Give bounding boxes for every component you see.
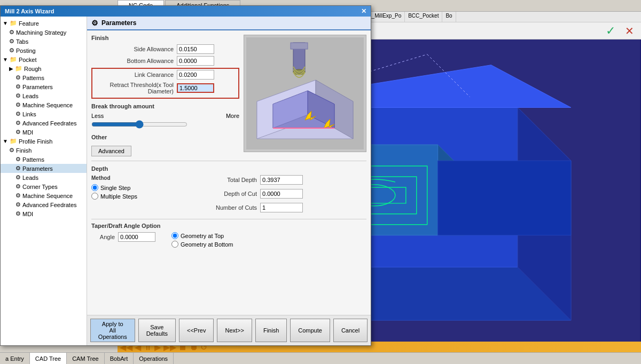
tree-label: Advanced Feedrates — [22, 120, 77, 126]
link-clearance-input[interactable] — [177, 70, 214, 80]
total-depth-label: Total Depth — [185, 177, 260, 183]
finish-section-title: Finish — [91, 35, 239, 41]
depth-of-cut-row: Depth of Cut — [185, 189, 366, 199]
tree-finish[interactable]: ⚙ Finish — [1, 146, 87, 155]
tree-leads-2[interactable]: ⚙ Leads — [1, 173, 87, 182]
tree-label: Machine Sequence — [22, 193, 73, 199]
tree-label: Patterns — [22, 75, 44, 81]
geometry-options: Geometry at Top Geometry at Bottom — [171, 232, 233, 249]
tree-label: Posting — [16, 48, 36, 54]
check-button[interactable]: ✓ — [602, 23, 619, 38]
retract-threshold-label: Retract Threshold(x Tool Diameter) — [93, 82, 177, 94]
slider-less-label: Less — [91, 113, 104, 119]
angle-row: Angle — [91, 232, 155, 242]
params-header-title: Parameters — [101, 19, 136, 27]
params-header: ⚙ Parameters — [87, 17, 371, 30]
bottom-tab-operations[interactable]: Operations — [134, 353, 174, 364]
single-step-radio[interactable] — [91, 184, 98, 191]
single-step-row[interactable]: Single Step — [91, 184, 177, 191]
tree-leads-1[interactable]: ⚙ Leads — [1, 91, 87, 100]
tree-profile-finish-label: Profile Finish — [19, 138, 53, 145]
tree-folder-icon: 📁 — [15, 65, 22, 72]
bottom-allowance-input[interactable] — [177, 56, 214, 66]
multiple-steps-radio[interactable] — [91, 193, 98, 200]
tree-panel: ▼ 📁 Feature ⚙ Machining Strategy ⚙ Tabs … — [1, 17, 87, 345]
next-button[interactable]: Next>> — [217, 319, 252, 342]
compute-button[interactable]: Compute — [290, 319, 330, 342]
tree-mdi-2[interactable]: ⚙ MDI — [1, 209, 87, 218]
tree-leaf-icon: ⚙ — [9, 38, 14, 45]
total-depth-input[interactable] — [260, 175, 303, 185]
geometry-bottom-radio[interactable] — [171, 241, 178, 248]
angle-label: Angle — [91, 234, 118, 240]
side-allowance-input[interactable] — [177, 44, 214, 54]
angle-input[interactable] — [118, 232, 155, 242]
tree-expand-icon: ▼ — [3, 20, 8, 26]
cam-tab-6[interactable]: BCC_Pocket — [405, 12, 442, 22]
bottom-tab-bobart[interactable]: BobArt — [105, 353, 134, 364]
break-through-slider[interactable] — [91, 120, 187, 129]
tree-parameters-1[interactable]: ⚙ Parameters — [1, 82, 87, 91]
advanced-button[interactable]: Advanced — [91, 146, 131, 156]
tree-leaf-icon: ⚙ — [15, 156, 21, 163]
tree-adv-feedrates-2[interactable]: ⚙ Advanced Feedrates — [1, 200, 87, 209]
number-of-cuts-input[interactable] — [260, 203, 303, 212]
tree-profile-finish[interactable]: ▼ 📁 Profile Finish — [1, 137, 87, 146]
tree-folder-icon: 📁 — [10, 56, 17, 63]
tree-leaf-icon: ⚙ — [15, 192, 21, 199]
tree-leaf-icon: ⚙ — [15, 110, 21, 117]
geometry-top-label: Geometry at Top — [181, 233, 224, 239]
depth-of-cut-input[interactable] — [260, 189, 303, 199]
tree-pocket[interactable]: ▼ 📁 Pocket — [1, 55, 87, 64]
bottom-tab-cam-tree[interactable]: CAM Tree — [67, 353, 105, 364]
tree-leaf-icon: ⚙ — [15, 83, 21, 90]
tree-parameters-2[interactable]: ⚙ Parameters — [1, 164, 87, 173]
dialog-close-button[interactable]: ✕ — [361, 7, 366, 15]
depth-grid: Method Single Step Multiple Steps — [91, 175, 366, 215]
tree-machining-strategy[interactable]: ⚙ Machining Strategy — [1, 28, 87, 37]
tree-adv-feedrates-1[interactable]: ⚙ Advanced Feedrates — [1, 118, 87, 128]
params-content: Finish Side Allowance Bottom Allowance — [87, 30, 371, 315]
bottom-tab-cad-tree[interactable]: CAD Tree — [30, 353, 67, 364]
tree-mdi-1[interactable]: ⚙ MDI — [1, 128, 87, 137]
save-defaults-button[interactable]: Save Defaults — [138, 319, 176, 342]
retract-threshold-input[interactable] — [177, 83, 214, 93]
cam-tab-7[interactable]: Bo — [442, 12, 456, 22]
bottom-tab-a-entry[interactable]: a Entry — [0, 353, 30, 364]
tree-corner-types[interactable]: ⚙ Corner Types — [1, 182, 87, 191]
prev-button[interactable]: <<Prev — [179, 319, 214, 342]
apply-all-button[interactable]: Apply to All Operations — [90, 319, 135, 342]
finish-form: Finish Side Allowance Bottom Allowance — [91, 35, 239, 156]
tree-label: Patterns — [22, 156, 44, 163]
tree-tabs[interactable]: ⚙ Tabs — [1, 37, 87, 46]
tree-patterns-2[interactable]: ⚙ Patterns — [1, 155, 87, 164]
bottom-allowance-label: Bottom Allowance — [91, 58, 177, 64]
geometry-top-row[interactable]: Geometry at Top — [171, 232, 233, 239]
tree-machine-seq-2[interactable]: ⚙ Machine Sequence — [1, 191, 87, 200]
finish-button[interactable]: Finish — [255, 319, 287, 342]
taper-content: Angle Geometry at Top Geometry at Bottom — [91, 232, 366, 249]
tree-label: Parameters — [22, 84, 53, 90]
tree-root[interactable]: ▼ 📁 Feature — [1, 19, 87, 28]
slider-container[interactable] — [91, 120, 187, 130]
tree-expand-icon: ▶ — [9, 66, 13, 72]
bottom-allowance-row: Bottom Allowance — [91, 56, 239, 66]
tree-machine-seq-1[interactable]: ⚙ Machine Sequence — [1, 100, 87, 109]
geometry-top-radio[interactable] — [171, 232, 178, 239]
tree-rough[interactable]: ▶ 📁 Rough — [1, 64, 87, 73]
depth-of-cut-label: Depth of Cut — [185, 191, 260, 197]
cancel-button[interactable]: Cancel — [333, 319, 368, 342]
tree-links[interactable]: ⚙ Links — [1, 109, 87, 118]
tree-leaf-icon: ⚙ — [15, 183, 21, 190]
tree-folder-icon: 📁 — [10, 138, 17, 145]
tree-leaf-icon: ⚙ — [15, 129, 21, 136]
link-clearance-label: Link Clearance — [93, 72, 177, 78]
single-step-label: Single Step — [100, 185, 130, 191]
tree-leaf-icon: ⚙ — [15, 74, 21, 81]
tree-patterns-1[interactable]: ⚙ Patterns — [1, 73, 87, 82]
geometry-bottom-row[interactable]: Geometry at Bottom — [171, 241, 233, 248]
cancel-x-button[interactable]: ✕ — [621, 23, 638, 38]
multiple-steps-row[interactable]: Multiple Steps — [91, 193, 177, 200]
tool-illustration — [246, 37, 364, 149]
tree-posting[interactable]: ⚙ Posting — [1, 46, 87, 55]
